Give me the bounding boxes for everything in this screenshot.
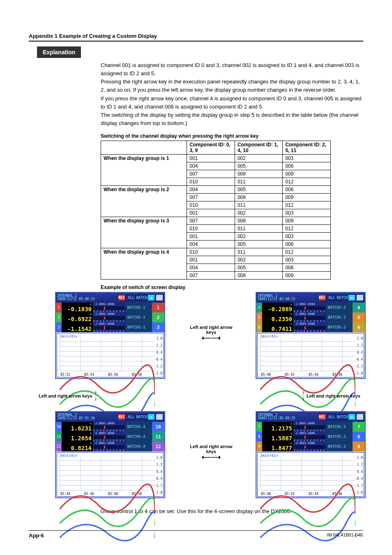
vert-arrow-icon: ↑↓ bbox=[302, 391, 305, 401]
table-cell: 005 bbox=[235, 264, 283, 272]
table-cell: 001 bbox=[187, 256, 235, 264]
screenshot-bottom-left: INTERNAL 2 2009/11/12 05:51:18 REC ALL B… bbox=[55, 411, 165, 498]
table-cell: 008 bbox=[235, 272, 283, 280]
double-arrow-icon: ⟵⟶ bbox=[187, 454, 236, 460]
rec-icon: REC bbox=[318, 414, 326, 420]
y-tick: 1.2 bbox=[157, 463, 162, 467]
trend-plot: 1min/div 2.01.20.4-0.4-1.2-2.005:4005:42… bbox=[257, 452, 364, 497]
bar-range: -2.0002.0000 bbox=[94, 313, 125, 316]
y-tick: 2.0 bbox=[357, 337, 363, 340]
trend-plot: 1min/div 2.01.20.4-0.4-1.2-2.005:5205:54… bbox=[57, 333, 164, 377]
value-box: V -1.1542 bbox=[62, 322, 93, 332]
bar-range: -2.0002.0000 bbox=[294, 313, 325, 316]
bar-range: -2.0002.0000 bbox=[94, 303, 125, 306]
table-cell: 011 bbox=[235, 248, 283, 256]
table-caption: Switching of the channel display when pr… bbox=[101, 133, 363, 139]
table-cell: 003 bbox=[283, 256, 331, 264]
value-reading: 1.6231 bbox=[63, 426, 92, 431]
side-number: 6 bbox=[353, 322, 365, 332]
value-reading: 1.2654 bbox=[63, 435, 92, 441]
y-tick: 0.4 bbox=[157, 470, 162, 474]
side-number: 1 bbox=[152, 303, 164, 312]
table-cell: 001 bbox=[187, 233, 235, 240]
appendix-header: Appendix 1 Example of Creating a Custom … bbox=[29, 33, 363, 42]
bargraph: -2.0002.0000 bbox=[293, 303, 326, 312]
side-number: 3 bbox=[152, 322, 164, 332]
table-cell: 009 bbox=[283, 217, 331, 225]
title-bar: INTERNAL 2 2009/11/12 05:51:18 REC ALL B… bbox=[56, 412, 164, 422]
batch-label: BATCH1-4 bbox=[126, 422, 152, 432]
expand-icon: ⤢ bbox=[156, 294, 163, 301]
side-number: 9 bbox=[353, 442, 365, 451]
side-number: 4 bbox=[353, 303, 365, 312]
table-cell: 009 bbox=[283, 194, 331, 201]
arrow-label-bottom: Left and right arrow keys ⟵⟶ bbox=[187, 444, 236, 460]
table-cell: 011 bbox=[235, 178, 283, 186]
explanation-badge: Explanation bbox=[37, 46, 81, 58]
page-number: App-6 bbox=[29, 532, 44, 539]
value-box: V 1.2175 bbox=[262, 422, 293, 432]
side-number: 7 bbox=[353, 422, 365, 432]
all-label: ALL bbox=[126, 294, 136, 301]
bargraph: -2.0002.0000 bbox=[93, 303, 126, 312]
y-tick: -1.2 bbox=[355, 365, 363, 368]
table-cell: 006 bbox=[283, 240, 331, 248]
table-cell: 007 bbox=[187, 170, 235, 178]
camera-icon: ◉ bbox=[348, 294, 355, 301]
explanation-body: Channel 001 is assigned to component ID … bbox=[101, 61, 363, 127]
arrow-text: Left and right arrow keys bbox=[187, 325, 236, 335]
table-cell: 010 bbox=[187, 201, 235, 209]
paragraph: The switching of the display by setting … bbox=[101, 111, 363, 127]
value-reading: 0.8214 bbox=[63, 445, 92, 451]
expand-icon: ⤢ bbox=[356, 294, 364, 301]
table-cell: 005 bbox=[235, 186, 283, 194]
all-label: ALL bbox=[327, 294, 337, 301]
value-reading: -1.1542 bbox=[63, 326, 92, 332]
value-reading: 1.2175 bbox=[263, 426, 292, 431]
y-tick: 1.2 bbox=[357, 344, 363, 347]
table-cell: 008 bbox=[235, 170, 283, 178]
paragraph: If you press the right arrow key once, c… bbox=[101, 95, 363, 111]
table-cell: 001 bbox=[187, 209, 235, 217]
value-box: V 1.8477 bbox=[262, 442, 293, 451]
value-reading: 1.5867 bbox=[263, 435, 292, 441]
y-tick: -2.0 bbox=[154, 372, 162, 375]
title-bar: INTERNAL 2 2009/11/12 05:48:25 REC ALL B… bbox=[256, 412, 365, 422]
table-cell: 002 bbox=[235, 256, 283, 264]
batch-label: BATCH bbox=[337, 294, 347, 301]
y-tick: 2.0 bbox=[157, 337, 162, 340]
group-label: When the display group is 3 bbox=[101, 217, 187, 248]
batch-label: BATCH1-3 bbox=[326, 422, 353, 432]
batch-label: BATCH1-2 bbox=[326, 322, 353, 332]
table-header-empty bbox=[101, 141, 187, 155]
table-cell: 006 bbox=[283, 162, 331, 170]
side-number: 11 bbox=[152, 432, 164, 442]
y-tick: 1.2 bbox=[357, 463, 363, 467]
table-cell: 011 bbox=[235, 201, 283, 209]
group-label: When the display group is 2 bbox=[101, 186, 187, 217]
y-tick: -0.4 bbox=[154, 358, 162, 361]
y-tick: 1.2 bbox=[157, 344, 162, 347]
example-caption: Example of switch of screen display bbox=[101, 284, 363, 290]
rec-icon: REC bbox=[118, 414, 125, 420]
table-cell: 005 bbox=[235, 240, 283, 248]
table-cell: 004 bbox=[187, 162, 235, 170]
title-bar: INTERNAL 2 2009/11/12 05:48:22 REC ALL B… bbox=[256, 293, 365, 303]
value-reading: -0.6922 bbox=[63, 316, 92, 322]
bar-range: -2.0002.0000 bbox=[294, 422, 325, 425]
table-cell: 012 bbox=[283, 201, 331, 209]
bargraph: -2.0002.0000 bbox=[93, 312, 126, 322]
y-tick: 0.4 bbox=[357, 351, 363, 354]
trend-plot: 1min/div 2.01.20.4-0.4-1.2-2.005:4405:46… bbox=[57, 452, 164, 497]
side-number: 8 bbox=[353, 432, 365, 442]
table-cell: 009 bbox=[283, 170, 331, 178]
table-cell: 010 bbox=[187, 248, 235, 256]
table-cell: 004 bbox=[187, 264, 235, 272]
batch-label: BATCH1-1 bbox=[126, 303, 152, 312]
channel-number: 7 bbox=[256, 422, 262, 432]
bargraph: -2.0002.0000 bbox=[293, 322, 326, 332]
title-bar: INTERNAL 2 2009/11/12 05:48:15 REC ALL B… bbox=[56, 293, 164, 303]
y-tick: -0.4 bbox=[355, 477, 363, 481]
vert-arrow-icon: ↑↓ bbox=[94, 391, 97, 401]
arrow-text: Left and right arrow keys bbox=[307, 393, 360, 398]
